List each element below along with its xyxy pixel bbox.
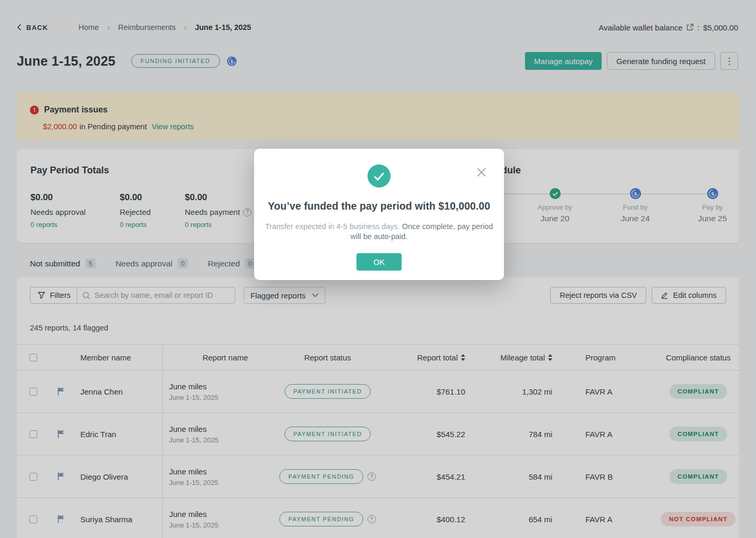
close-icon[interactable] xyxy=(477,168,486,177)
funding-success-modal: You’ve funded the pay period with $10,00… xyxy=(254,149,504,280)
ok-button[interactable]: OK xyxy=(356,253,402,271)
modal-body-muted: Transfer expected in 4-5 business days. xyxy=(265,222,400,231)
modal-heading: You’ve funded the pay period with $10,00… xyxy=(254,200,504,212)
success-check-icon xyxy=(368,164,391,188)
modal-body: Transfer expected in 4-5 business days. … xyxy=(264,222,495,242)
